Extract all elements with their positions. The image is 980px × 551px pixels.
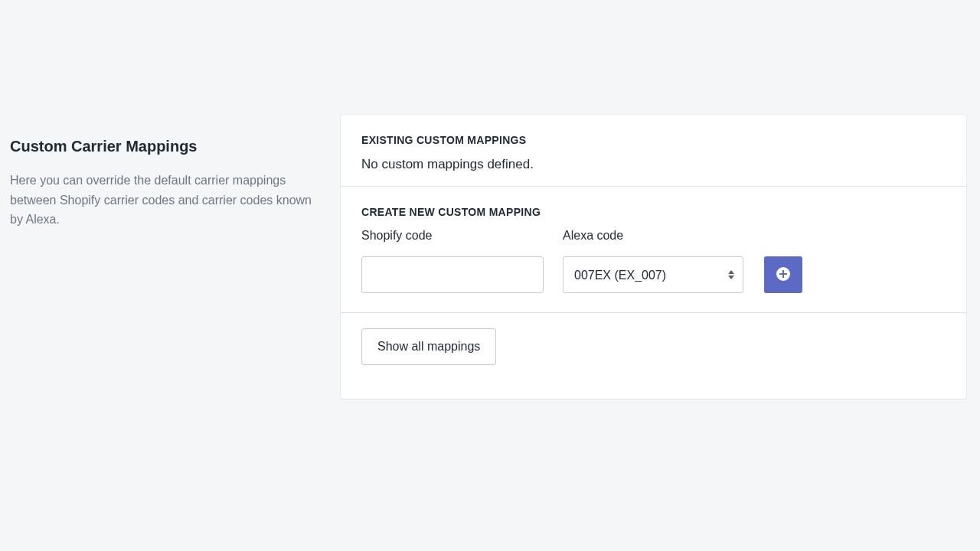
alexa-code-select[interactable]: 007EX (EX_007) [563, 256, 743, 293]
shopify-code-label: Shopify code [361, 229, 544, 243]
create-mapping-section: CREATE NEW CUSTOM MAPPING Shopify code A… [341, 187, 966, 312]
create-mapping-heading: CREATE NEW CUSTOM MAPPING [361, 206, 946, 218]
plus-circle-icon [776, 266, 791, 284]
create-mapping-form: Shopify code Alexa code 007EX (EX_007) [361, 229, 946, 293]
alexa-code-field: Alexa code 007EX (EX_007) [563, 229, 743, 293]
sidebar: Custom Carrier Mappings Here you can ove… [10, 115, 341, 399]
mappings-card: EXISTING CUSTOM MAPPINGS No custom mappi… [341, 115, 966, 399]
existing-mappings-empty: No custom mappings defined. [361, 157, 946, 172]
show-all-mappings-button[interactable]: Show all mappings [361, 328, 496, 365]
add-mapping-button[interactable] [764, 256, 802, 293]
page-title: Custom Carrier Mappings [10, 138, 325, 155]
alexa-code-label: Alexa code [563, 229, 743, 243]
svg-rect-2 [779, 273, 787, 275]
page-description: Here you can override the default carrie… [10, 171, 325, 230]
existing-mappings-section: EXISTING CUSTOM MAPPINGS No custom mappi… [341, 115, 966, 186]
shopify-code-input[interactable] [361, 256, 544, 293]
existing-mappings-heading: EXISTING CUSTOM MAPPINGS [361, 134, 946, 146]
shopify-code-field: Shopify code [361, 229, 544, 293]
card-footer: Show all mappings [341, 313, 966, 399]
